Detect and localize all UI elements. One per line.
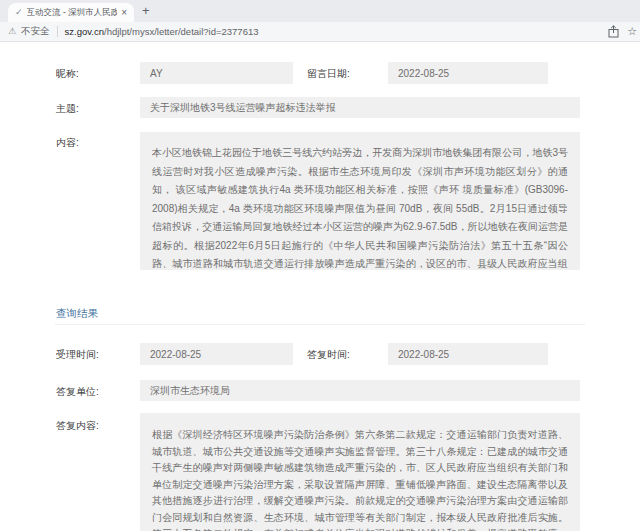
content-text: 本小区地铁锦上花园位于地铁三号线六约站旁边，开发商为深圳市地铁集团有限公司，地铁…: [152, 147, 568, 270]
section-divider: [55, 324, 585, 325]
reply-unit-label: 答复单位:: [56, 385, 99, 399]
letter-detail-page: 昵称: AY 留言日期: 2022-08-25 主题: 关于深圳地铁3号线运营噪…: [0, 42, 640, 531]
reply-unit-field: 深圳市生态环境局: [140, 380, 580, 401]
url-path: /hdjlpt/mysx/letter/detail?id=2377613: [104, 26, 258, 37]
url-divider: [57, 26, 58, 37]
accept-time-label: 受理时间:: [56, 348, 99, 362]
bookmark-star-icon[interactable]: ☆: [627, 25, 637, 38]
new-tab-button[interactable]: +: [142, 3, 150, 18]
nickname-value: AY: [150, 68, 163, 79]
reply-content-text: 根据《深圳经济特区环境噪声污染防治条例》第六条第二款规定：交通运输部门负责对道路…: [152, 429, 568, 531]
content-label: 内容:: [56, 136, 79, 150]
reply-time-field: 2022-08-25: [388, 343, 548, 365]
reply-content-field: 根据《深圳经济特区环境噪声污染防治条例》第六条第二款规定：交通运输部门负责对道路…: [140, 413, 580, 531]
browser-window: ✓ 互动交流 - 深圳市人民政府门户 × + ⚠ 不安全 sz.gov.cn/h…: [0, 0, 640, 531]
browser-tab[interactable]: ✓ 互动交流 - 深圳市人民政府门户 ×: [8, 3, 134, 22]
tab-title: 互动交流 - 深圳市人民政府门户: [27, 7, 118, 19]
accept-time-value: 2022-08-25: [150, 349, 201, 360]
reply-time-value: 2022-08-25: [398, 349, 449, 360]
reply-unit-value: 深圳市生态环境局: [150, 384, 230, 398]
nickname-field: AY: [140, 62, 293, 84]
query-result-section-title: 查询结果: [56, 307, 98, 321]
message-date-value: 2022-08-25: [398, 68, 449, 79]
site-favicon-icon: ✓: [15, 8, 23, 17]
subject-field: 关于深圳地铁3号线运营噪声超标违法举报: [140, 97, 580, 118]
url-bar[interactable]: ⚠ 不安全 sz.gov.cn/hdjlpt/mysx/letter/detai…: [0, 22, 640, 42]
message-date-field: 2022-08-25: [388, 62, 548, 84]
message-date-label: 留言日期:: [307, 67, 350, 81]
subject-value: 关于深圳地铁3号线运营噪声超标违法举报: [150, 101, 336, 115]
reply-content-label: 答复内容:: [56, 419, 99, 433]
reply-time-label: 答复时间:: [307, 348, 350, 362]
tab-close-icon[interactable]: ×: [121, 8, 127, 18]
share-icon[interactable]: [608, 25, 619, 38]
tab-strip: ✓ 互动交流 - 深圳市人民政府门户 × +: [0, 0, 640, 22]
address-url[interactable]: sz.gov.cn/hdjlpt/mysx/letter/detail?id=2…: [65, 26, 259, 37]
subject-label: 主题:: [56, 102, 79, 116]
content-field: 本小区地铁锦上花园位于地铁三号线六约站旁边，开发商为深圳市地铁集团有限公司，地铁…: [140, 132, 580, 270]
security-status-label[interactable]: 不安全: [21, 25, 50, 38]
url-domain: sz.gov.cn: [65, 26, 104, 37]
nickname-label: 昵称:: [56, 67, 79, 81]
accept-time-field: 2022-08-25: [140, 343, 293, 365]
warning-triangle-icon: ⚠: [8, 27, 16, 36]
